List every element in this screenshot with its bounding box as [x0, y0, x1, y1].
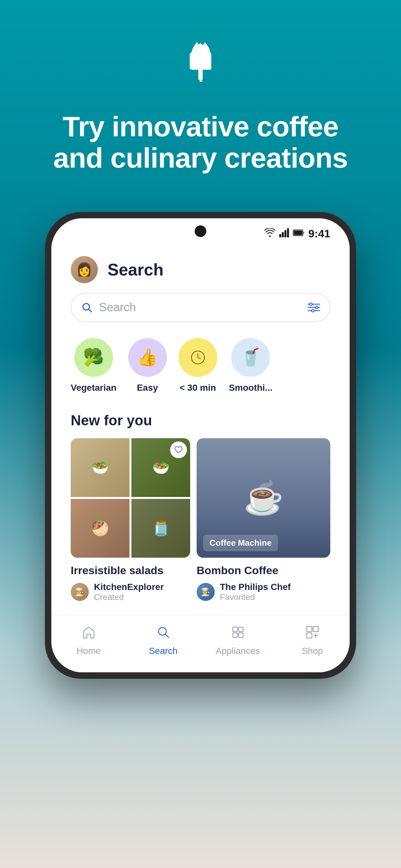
user-avatar[interactable]: 👩 — [71, 256, 98, 283]
bottom-navigation: Home Search — [51, 615, 350, 672]
kitchen-explorer-action: Created — [94, 592, 164, 602]
svg-rect-19 — [307, 626, 312, 631]
coffee-card-image: ☕ Coffee Machine — [197, 438, 330, 558]
salad-thumb-1: 🥗 — [71, 438, 129, 497]
svg-rect-5 — [294, 230, 302, 235]
svg-rect-20 — [313, 626, 318, 631]
category-easy[interactable]: 👍 Easy — [128, 338, 167, 393]
nav-search[interactable]: Search — [126, 625, 201, 656]
card-coffee[interactable]: ☕ Coffee Machine Bombon Coffee 👨‍🍳 The P… — [197, 438, 330, 602]
phone-mockup: 9:41 👩 Search — [45, 213, 356, 678]
nav-home[interactable]: Home — [51, 625, 126, 656]
kitchen-explorer-name: KitchenExplorer — [94, 582, 164, 592]
philips-chef-name: The Philips Chef — [220, 582, 290, 592]
coffee-user-row: 👨‍🍳 The Philips Chef Favorited — [197, 582, 330, 602]
kitchen-explorer-info: KitchenExplorer Created — [94, 582, 164, 602]
cards-row: 🥗 🥗 🥙 — [71, 438, 330, 602]
salad-thumb-4: 🫙 — [131, 499, 190, 558]
hero-title: Try innovative coffee and culinary creat… — [34, 111, 367, 174]
salads-user-row: 👨‍🍳 KitchenExplorer Created — [71, 582, 190, 602]
coffee-machine-tag: Coffee Machine — [203, 535, 278, 551]
app-header: 👩 Search — [71, 243, 330, 293]
svg-rect-16 — [239, 627, 243, 631]
shop-label: Shop — [302, 646, 323, 656]
philips-chef-avatar: 👨‍🍳 — [197, 583, 215, 601]
heart-button[interactable] — [170, 441, 187, 458]
category-circle-30min — [179, 338, 217, 377]
nav-shop[interactable]: Shop — [275, 625, 350, 656]
app-content: 👩 Search Search — [51, 243, 350, 615]
appliances-icon — [231, 625, 245, 643]
svg-rect-21 — [307, 633, 312, 638]
nav-appliances[interactable]: Appliances — [201, 625, 275, 656]
category-circle-easy: 👍 — [128, 338, 167, 377]
svg-rect-3 — [287, 228, 289, 237]
salad-thumb-3: 🥙 — [71, 499, 129, 558]
camera-notch — [195, 225, 206, 237]
filter-icon[interactable] — [308, 303, 320, 312]
app-logo — [178, 39, 223, 111]
svg-point-12 — [312, 309, 314, 312]
search-bar[interactable]: Search — [71, 293, 330, 322]
search-icon — [81, 302, 93, 313]
salads-grid: 🥗 🥗 🥙 — [71, 438, 190, 558]
svg-rect-2 — [284, 230, 286, 237]
philips-chef-action: Favorited — [220, 592, 290, 602]
category-circle-vegetarian: 🥦 — [74, 338, 113, 377]
category-smoothie[interactable]: 🥤 Smoothi... — [229, 338, 273, 393]
kitchen-explorer-avatar: 👨‍🍳 — [71, 583, 89, 601]
avatar-emoji: 👩 — [76, 262, 92, 277]
category-label-easy: Easy — [137, 383, 158, 393]
status-time: 9:41 — [308, 227, 330, 240]
svg-rect-15 — [233, 627, 237, 631]
svg-rect-17 — [233, 633, 237, 638]
philips-chef-info: The Philips Chef Favorited — [220, 582, 290, 602]
category-label-smoothie: Smoothi... — [229, 383, 273, 393]
svg-rect-1 — [282, 232, 284, 237]
appliances-label: Appliances — [216, 646, 260, 656]
hero-section: Try innovative coffee and culinary creat… — [0, 0, 401, 193]
card-salads[interactable]: 🥗 🥗 🥙 — [71, 438, 190, 602]
home-icon — [82, 625, 96, 643]
svg-point-10 — [310, 303, 312, 306]
svg-rect-18 — [239, 633, 243, 638]
phone-inner-screen: 9:41 👩 Search — [51, 218, 350, 672]
category-30min[interactable]: < 30 min — [179, 338, 217, 393]
status-bar: 9:41 — [51, 218, 350, 243]
battery-icon — [293, 229, 305, 238]
search-nav-icon — [156, 625, 171, 643]
svg-point-11 — [315, 306, 318, 309]
wifi-icon — [265, 228, 275, 239]
search-placeholder: Search — [99, 301, 301, 314]
section-title-new: New for you — [71, 412, 330, 429]
salad-thumb-2: 🥗 — [131, 438, 190, 497]
category-vegetarian[interactable]: 🥦 Vegetarian — [71, 338, 117, 393]
categories-row: 🥦 Vegetarian 👍 Easy — [71, 338, 330, 393]
category-label-vegetarian: Vegetarian — [71, 383, 117, 393]
category-label-30min: < 30 min — [180, 383, 216, 393]
svg-rect-0 — [279, 234, 281, 237]
home-label: Home — [76, 646, 101, 656]
salads-title: Irresistible salads — [71, 564, 190, 577]
phone-outer-frame: 9:41 👩 Search — [45, 213, 356, 678]
search-label: Search — [149, 646, 178, 656]
coffee-title: Bombon Coffee — [197, 564, 330, 577]
salads-card-info: Irresistible salads 👨‍🍳 KitchenExplorer … — [71, 564, 190, 602]
coffee-card-info: Bombon Coffee 👨‍🍳 The Philips Chef Favor… — [197, 564, 330, 602]
page-title: Search — [107, 260, 163, 279]
category-circle-smoothie: 🥤 — [231, 338, 270, 377]
signal-icon — [279, 228, 289, 239]
status-icons: 9:41 — [265, 227, 330, 240]
shop-icon — [305, 625, 320, 643]
